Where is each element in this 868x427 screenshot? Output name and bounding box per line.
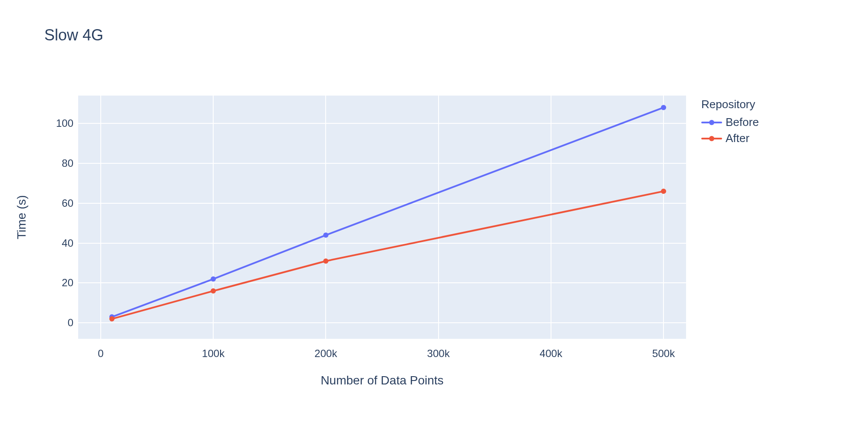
- ytick-label: 80: [39, 157, 73, 169]
- legend-swatch-after: [701, 138, 722, 139]
- series-line-before[interactable]: [112, 108, 663, 317]
- y-axis-label: Time (s): [15, 96, 28, 339]
- xtick-label: 0: [98, 348, 103, 360]
- xtick-label: 300k: [427, 348, 450, 360]
- chart-container: Slow 4G Number of Data Points Time (s) R…: [0, 0, 868, 427]
- legend: Repository Before After: [701, 98, 759, 148]
- ytick-label: 60: [39, 197, 73, 209]
- xtick-label: 500k: [652, 348, 675, 360]
- series-marker-after[interactable]: [211, 288, 216, 294]
- xtick-label: 400k: [540, 348, 562, 360]
- xtick-label: 100k: [202, 348, 224, 360]
- legend-item-before[interactable]: Before: [701, 116, 759, 129]
- xtick-label: 200k: [314, 348, 337, 360]
- y-axis-label-text: Time (s): [15, 195, 29, 239]
- line-layer: [78, 96, 686, 339]
- legend-dot-icon: [709, 136, 714, 141]
- series-marker-after[interactable]: [323, 258, 328, 264]
- legend-dot-icon: [709, 120, 714, 125]
- x-axis-label: Number of Data Points: [78, 374, 686, 387]
- legend-swatch-before: [701, 122, 722, 123]
- legend-item-after[interactable]: After: [701, 132, 759, 145]
- series-marker-after[interactable]: [109, 316, 115, 321]
- legend-title: Repository: [701, 98, 759, 111]
- series-marker-before[interactable]: [661, 105, 666, 110]
- series-marker-after[interactable]: [661, 189, 666, 194]
- legend-label-after: After: [726, 132, 749, 145]
- chart-title: Slow 4G: [44, 26, 103, 44]
- series-marker-before[interactable]: [323, 232, 328, 238]
- ytick-label: 20: [39, 277, 73, 289]
- ytick-label: 40: [39, 237, 73, 249]
- series-line-after[interactable]: [112, 191, 663, 319]
- legend-label-before: Before: [726, 116, 759, 129]
- ytick-label: 100: [39, 117, 73, 129]
- series-marker-before[interactable]: [211, 276, 216, 281]
- ytick-label: 0: [39, 317, 73, 329]
